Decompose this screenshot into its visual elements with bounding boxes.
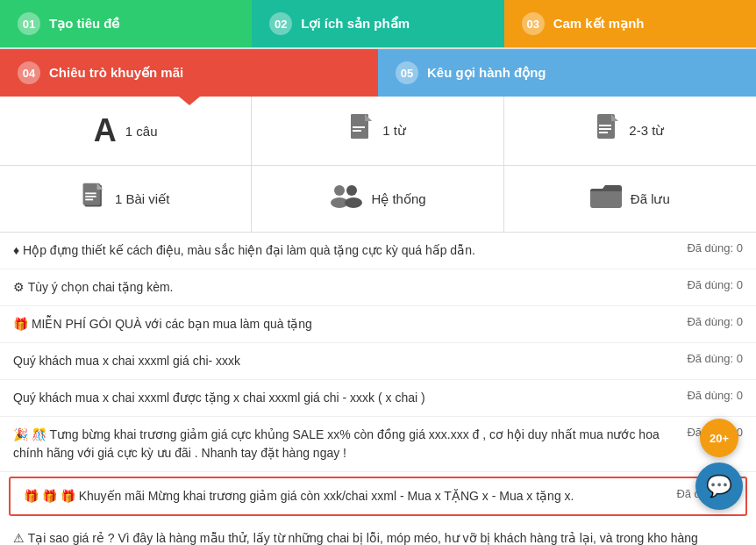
list-item-status-0: Đã dùng: 0 [687,241,743,255]
svg-rect-9 [599,128,611,130]
list-item-text-6: 🎁 🎁 🎁 Khuyến mãi Mừng khai trương giảm g… [24,487,667,506]
list-item-status-2: Đã dùng: 0 [687,315,743,328]
tab-num-02: 02 [269,12,292,35]
tabs-row-1: 01 Tạo tiêu đề 02 Lợi ích sản phẩm 03 Ca… [0,0,756,49]
tab-label-05: Kêu gọi hành động [427,65,546,81]
list-item-4[interactable]: Quý khách mua x chai xxxml được tặng x c… [0,380,756,417]
document2-icon [596,114,620,148]
document-icon [349,114,374,148]
list-item-status-3: Đã dùng: 0 [687,352,743,365]
icon-cell-saved[interactable]: Đã lưu [504,166,756,232]
tab-promo-tricks[interactable]: 04 Chiêu trò khuyến mãi [0,49,378,97]
list-item-text-4: Quý khách mua x chai xxxml được tặng x c… [13,389,678,407]
tab-create-title[interactable]: 01 Tạo tiêu đề [0,0,252,47]
list-item-text-0: ♦ Hộp đựng thiết kế cách điệu, màu sắc h… [13,241,678,260]
svg-rect-8 [599,125,611,126]
folder-icon [590,183,622,214]
chat-icon: 💬 [706,474,732,498]
notification-badge[interactable]: 20+ [700,419,738,457]
svg-rect-10 [599,132,608,133]
list-item-text-2: 🎁 MIỄN PHÍ GÓI QUÀ với các bạn mua làm q… [13,315,678,333]
icon-cell-label-2: 2-3 từ [629,123,664,139]
tab-num-03: 03 [522,12,545,35]
chat-button[interactable]: 💬 [695,463,743,510]
list-item-1[interactable]: ⚙ Tùy ý chọn chai tặng kèm. Đã dùng: 0 [0,269,756,306]
file-icon [82,182,106,216]
icon-cell-one-word[interactable]: 1 từ [252,97,503,166]
people-icon [329,183,362,214]
tab-num-01: 01 [18,12,40,35]
list-item-text-3: Quý khách mua x chai xxxml giá chi- xxxk [13,352,678,370]
icon-cell-label-5: Đã lưu [631,191,670,207]
icon-cell-label-1: 1 từ [382,123,406,139]
icon-cell-label-0: 1 câu [125,124,158,139]
tab-label-04: Chiêu trò khuyến mãi [49,65,183,81]
letter-a-icon: A [94,112,117,149]
content-list: ♦ Hộp đựng thiết kế cách điệu, màu sắc h… [0,233,756,545]
svg-point-20 [345,197,362,208]
tab-commitment[interactable]: 03 Cam kết mạnh [504,0,756,47]
list-item-status-4: Đã dùng: 0 [687,389,743,402]
notification-count: 20+ [710,432,729,445]
svg-rect-5 [353,130,361,132]
tab-label-01: Tạo tiêu đề [49,16,120,32]
tab-num-04: 04 [18,61,40,84]
svg-point-17 [334,185,345,196]
icon-grid: A 1 câu 1 từ 2-3 từ [0,97,756,233]
list-item-text-1: ⚙ Tùy ý chọn chai tặng kèm. [13,278,678,297]
tab-call-to-action[interactable]: 05 Kêu gọi hành động [378,49,756,97]
icon-cell-label-3: 1 Bài viết [115,191,169,207]
tab-label-03: Cam kết mạnh [553,16,645,32]
icon-cell-one-article[interactable]: 1 Bài viết [0,166,252,232]
tabs-row-2: 04 Chiêu trò khuyến mãi 05 Kêu gọi hành … [0,49,756,97]
svg-rect-15 [85,196,96,197]
svg-rect-14 [85,192,96,194]
tab-product-benefits[interactable]: 02 Lợi ích sản phẩm [252,0,503,47]
svg-rect-21 [590,189,622,208]
icon-cell-two-three-words[interactable]: 2-3 từ [504,97,756,166]
list-item-6-highlighted[interactable]: 🎁 🎁 🎁 Khuyến mãi Mừng khai trương giảm g… [9,477,747,516]
list-item-text-7: ⚠ Tại sao giá rẻ ? Vì đây là hàng mẫu th… [13,529,734,545]
tab-num-05: 05 [396,61,418,84]
list-item-7: ⚠ Tại sao giá rẻ ? Vì đây là hàng mẫu th… [0,520,756,545]
icon-cell-one-sentence[interactable]: A 1 câu [0,97,252,166]
svg-rect-16 [85,199,93,201]
svg-point-19 [346,185,357,196]
tab-label-02: Lợi ích sản phẩm [301,16,410,32]
icon-cell-system[interactable]: Hệ thống [252,166,503,232]
list-item-text-5: 🎉 🎊 Tưng bừng khai trương giảm giá cực k… [13,426,678,463]
icon-cell-label-4: Hệ thống [371,191,425,207]
list-item-status-1: Đã dùng: 0 [687,278,743,291]
svg-rect-4 [353,126,365,128]
list-item-0[interactable]: ♦ Hộp đựng thiết kế cách điệu, màu sắc h… [0,233,756,269]
list-item-5[interactable]: 🎉 🎊 Tưng bừng khai trương giảm giá cực k… [0,417,756,472]
list-item-3[interactable]: Quý khách mua x chai xxxml giá chi- xxxk… [0,343,756,380]
list-item-2[interactable]: 🎁 MIỄN PHÍ GÓI QUÀ với các bạn mua làm q… [0,306,756,343]
